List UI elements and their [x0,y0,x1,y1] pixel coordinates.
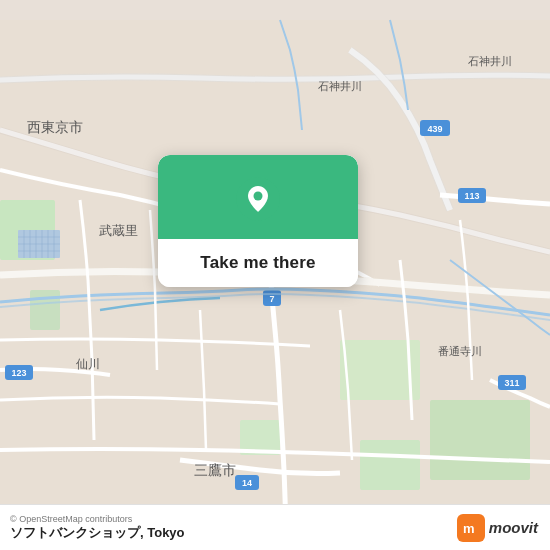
moovit-logo-icon: m [457,514,485,542]
svg-text:439: 439 [427,124,442,134]
svg-rect-5 [360,440,420,490]
moovit-logo[interactable]: m moovit [457,514,538,542]
svg-point-37 [254,192,263,201]
place-info: © OpenStreetMap contributors ソフトバンクショップ,… [10,513,185,542]
svg-text:123: 123 [11,368,26,378]
svg-rect-4 [430,400,530,480]
svg-text:113: 113 [464,191,479,201]
location-card: Take me there [158,155,358,287]
svg-text:番通寺川: 番通寺川 [438,345,482,357]
svg-text:仙川: 仙川 [76,357,100,371]
moovit-text: moovit [489,519,538,536]
bottom-bar: © OpenStreetMap contributors ソフトバンクショップ,… [0,504,550,550]
place-name: ソフトバンクショップ, Tokyo [10,524,185,542]
svg-text:西東京市: 西東京市 [27,119,83,135]
pin-area [158,155,358,239]
svg-text:7: 7 [269,294,274,304]
svg-text:石神井川: 石神井川 [318,80,362,92]
svg-text:三鷹市: 三鷹市 [194,462,236,478]
svg-text:m: m [463,521,475,536]
svg-text:武蔵里: 武蔵里 [99,223,138,238]
location-pin-icon [236,177,280,221]
svg-text:石神井川: 石神井川 [468,55,512,67]
map-container: 439 113 7 123 14 311 [0,0,550,550]
svg-text:311: 311 [504,378,519,388]
take-me-there-button[interactable]: Take me there [158,239,358,287]
svg-text:14: 14 [242,478,252,488]
osm-credit: © OpenStreetMap contributors [10,514,185,524]
